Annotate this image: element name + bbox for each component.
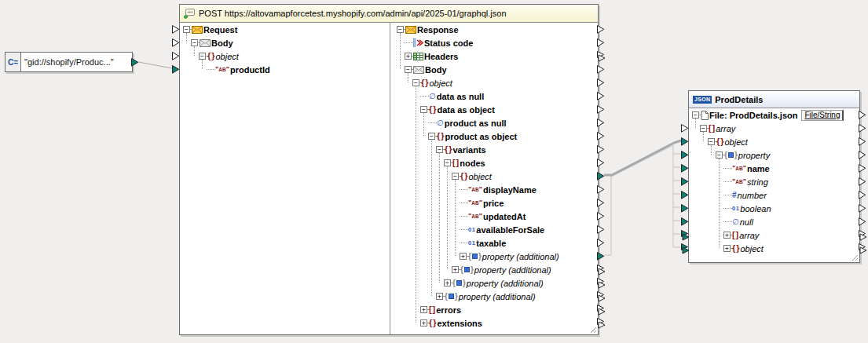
- output-connector-connected[interactable]: [597, 252, 605, 261]
- input-connector[interactable]: [172, 38, 180, 47]
- output-connector[interactable]: [597, 199, 605, 207]
- node-label[interactable]: array: [716, 124, 735, 133]
- expander-icon[interactable]: −: [420, 106, 427, 113]
- output-connector[interactable]: [597, 278, 606, 289]
- expander-icon[interactable]: +: [420, 319, 427, 327]
- output-connector[interactable]: [597, 305, 606, 316]
- output-connector[interactable]: [597, 38, 605, 47]
- expander-icon[interactable]: −: [412, 79, 419, 86]
- node-label[interactable]: object: [740, 244, 763, 254]
- expander-icon[interactable]: +: [723, 245, 731, 252]
- node-label[interactable]: extensions: [437, 319, 482, 328]
- expander-icon[interactable]: −: [692, 111, 699, 119]
- node-label[interactable]: taxable: [476, 239, 506, 248]
- node-label[interactable]: errors: [436, 305, 461, 315]
- input-connector-connected[interactable]: [681, 204, 689, 213]
- output-connector[interactable]: [859, 230, 867, 241]
- node-label[interactable]: boolean: [740, 204, 771, 213]
- resize-grip[interactable]: [852, 255, 859, 261]
- node-label[interactable]: object: [429, 78, 452, 88]
- node-label[interactable]: string: [747, 177, 768, 187]
- node-label[interactable]: variants: [452, 145, 485, 155]
- output-connector[interactable]: [597, 51, 606, 62]
- node-label[interactable]: null: [740, 217, 753, 227]
- post-webservice-component[interactable]: POST https://altovamapforcetest.myshopif…: [179, 4, 599, 335]
- node-label[interactable]: Request: [203, 25, 237, 35]
- output-connector[interactable]: [597, 318, 606, 329]
- node-label[interactable]: productId: [230, 65, 270, 75]
- node-label[interactable]: object: [468, 172, 491, 181]
- expander-icon[interactable]: −: [444, 159, 451, 166]
- input-connector-connected[interactable]: [172, 65, 180, 74]
- expander-icon[interactable]: −: [716, 151, 723, 159]
- output-connector[interactable]: [597, 225, 605, 234]
- output-connector-connected[interactable]: [131, 58, 139, 67]
- output-connector[interactable]: [597, 119, 605, 127]
- input-connector-connected[interactable]: [681, 243, 690, 254]
- node-label[interactable]: property (additional): [467, 279, 544, 288]
- constant-value[interactable]: "gid://shopify/Produc...": [21, 53, 117, 71]
- expander-icon[interactable]: −: [405, 66, 412, 73]
- node-label[interactable]: data as object: [437, 105, 494, 115]
- node-label[interactable]: product as object: [445, 132, 517, 141]
- input-connector[interactable]: [172, 52, 180, 60]
- node-label[interactable]: displayName: [483, 185, 537, 195]
- output-connector[interactable]: [597, 265, 606, 275]
- expander-icon[interactable]: +: [444, 279, 451, 286]
- output-connector[interactable]: [597, 291, 606, 302]
- expander-icon[interactable]: −: [436, 146, 443, 153]
- node-label[interactable]: availableForSale: [476, 225, 544, 235]
- proddetails-component-header[interactable]: JSON ProdDetails: [689, 91, 859, 108]
- output-connector[interactable]: [597, 132, 605, 140]
- output-connector[interactable]: [597, 239, 605, 247]
- node-label[interactable]: Status code: [424, 38, 473, 48]
- node-label[interactable]: Response: [417, 25, 459, 35]
- output-connector[interactable]: [597, 25, 605, 34]
- expander-icon[interactable]: +: [420, 306, 427, 313]
- output-connector[interactable]: [859, 151, 866, 159]
- input-connector-connected[interactable]: [681, 230, 690, 241]
- node-label[interactable]: Body: [211, 38, 233, 48]
- expander-icon[interactable]: +: [723, 232, 731, 239]
- connection-child-bus-target[interactable]: [611, 145, 673, 247]
- file-string-button[interactable]: File/String: [801, 110, 844, 121]
- proddetails-json-component[interactable]: JSON ProdDetails −File: ProdDetails.json…: [688, 90, 860, 263]
- node-label[interactable]: Body: [425, 65, 447, 75]
- output-connector[interactable]: [597, 105, 605, 114]
- output-connector[interactable]: [859, 177, 866, 186]
- connection-child-stubs[interactable]: [673, 154, 680, 247]
- output-connector[interactable]: [597, 145, 605, 154]
- input-connector-connected[interactable]: [681, 217, 689, 226]
- connection-child-bus-source[interactable]: [604, 176, 611, 255]
- node-label[interactable]: File: ProdDetails.json: [709, 111, 797, 120]
- node-label[interactable]: object: [215, 52, 238, 61]
- constant-component[interactable]: C= "gid://shopify/Produc...": [5, 52, 133, 72]
- output-connector[interactable]: [859, 191, 866, 199]
- output-connector[interactable]: [597, 159, 605, 167]
- node-label[interactable]: nodes: [460, 159, 485, 168]
- node-label[interactable]: Headers: [424, 52, 458, 61]
- node-label[interactable]: product as null: [445, 119, 507, 128]
- expander-icon[interactable]: −: [708, 138, 715, 145]
- expander-icon[interactable]: −: [199, 53, 206, 60]
- input-connector[interactable]: [681, 124, 689, 133]
- input-connector-connected[interactable]: [681, 151, 689, 159]
- output-connector[interactable]: [859, 111, 866, 119]
- node-label[interactable]: price: [483, 199, 504, 208]
- input-connector-connected[interactable]: [681, 191, 689, 199]
- output-connector[interactable]: [859, 164, 866, 173]
- output-connector[interactable]: [859, 137, 866, 146]
- resize-grip[interactable]: [591, 327, 597, 334]
- connection-copyall-object[interactable]: [604, 140, 681, 175]
- input-connector-connected[interactable]: [681, 164, 689, 173]
- node-label[interactable]: name: [747, 164, 770, 173]
- input-connector-connected[interactable]: [681, 177, 689, 186]
- node-label[interactable]: property (additional): [474, 265, 551, 275]
- output-connector[interactable]: [597, 212, 605, 221]
- expander-icon[interactable]: +: [405, 53, 412, 60]
- node-label[interactable]: property (additional): [459, 292, 536, 301]
- node-label[interactable]: property (additional): [482, 252, 559, 261]
- input-connector-connected[interactable]: [681, 137, 689, 146]
- expander-icon[interactable]: +: [436, 293, 443, 300]
- expander-icon[interactable]: −: [397, 26, 404, 33]
